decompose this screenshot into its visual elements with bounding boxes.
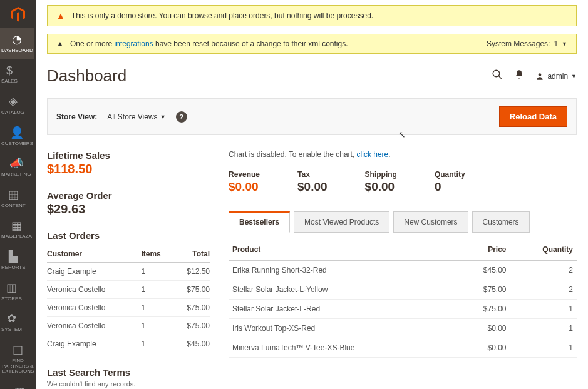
tab-most-viewed-products[interactable]: Most Viewed Products [294, 211, 389, 233]
sidebar-item-dashboard[interactable]: ◔DASHBOARD [0, 28, 34, 59]
sidebar-item-label: CUSTOMERS [1, 141, 33, 147]
admin-account-menu[interactable]: admin ▼ [535, 72, 577, 81]
sidebar-item-catalog[interactable]: ◈CATALOG [0, 90, 26, 121]
sidebar: ◔DASHBOARD$SALES◈CATALOG👤CUSTOMERS📣MARKE… [0, 0, 36, 389]
sidebar-item-label: STORES [1, 296, 22, 302]
table-row[interactable]: Stellar Solar Jacket-L-Red$75.001 [229, 300, 577, 319]
warning-icon: ▲ [56, 11, 65, 21]
metric-shipping: Shipping$0.00 [365, 170, 397, 194]
sidebar-item-label: CONTENT [1, 203, 26, 209]
table-row[interactable]: Iris Workout Top-XS-Red$0.001 [229, 319, 577, 338]
demo-banner: ▲ This is only a demo store. You can bro… [47, 5, 577, 26]
table-row[interactable]: Veronica Costello1$75.00 [47, 281, 210, 299]
average-order-label: Average Order [47, 190, 210, 201]
help-icon[interactable]: ? [176, 111, 187, 123]
store-view-label: Store View: [56, 113, 97, 121]
sidebar-item-label: DASHBOARD [1, 48, 33, 54]
sidebar-item-system-icon: ✿ [7, 313, 16, 325]
tab-new-customers[interactable]: New Customers [393, 211, 468, 233]
notifications-button[interactable] [514, 69, 524, 83]
sidebar-item-marketing-icon: 📣 [9, 158, 23, 170]
metric-revenue: Revenue$0.00 [229, 170, 260, 194]
warning-icon: ▲ [56, 39, 64, 48]
reload-data-button[interactable]: Reload Data [499, 106, 567, 127]
table-row[interactable]: Veronica Costello1$75.00 [47, 299, 210, 317]
sidebar-item-system[interactable]: ✿SYSTEM [0, 307, 23, 338]
chevron-down-icon: ▼ [571, 73, 577, 79]
last-orders-title: Last Orders [47, 230, 210, 241]
chart-disabled-note: Chart is disabled. To enable the chart, … [229, 150, 577, 159]
enable-chart-link[interactable]: click here [357, 150, 389, 159]
sidebar-item-catalog-icon: ◈ [9, 96, 18, 108]
svg-point-0 [493, 70, 500, 77]
sidebar-item-content[interactable]: ▦CONTENT [0, 183, 27, 215]
sidebar-item-label: MARKETING [1, 172, 31, 178]
system-messages-toggle[interactable]: System Messages: 1 ▼ [487, 39, 567, 48]
sidebar-item-marketing[interactable]: 📣MARKETING [0, 152, 33, 183]
bestsellers-table: Product Price Quantity Erika Running Sho… [229, 239, 577, 358]
chevron-down-icon: ▼ [160, 114, 166, 120]
sidebar-item-customers-icon: 👤 [10, 127, 24, 139]
table-row[interactable]: Erika Running Short-32-Red$45.002 [229, 261, 577, 280]
sidebar-item-partners[interactable]: ◫FIND PARTNERS & EXTENSIONS [0, 338, 36, 380]
sidebar-item-stores-icon: ▥ [6, 282, 17, 295]
sidebar-item-stores[interactable]: ▥STORES [0, 276, 23, 308]
store-view-select[interactable]: All Store Views ▼ [107, 113, 165, 121]
sidebar-item-label: SALES [1, 79, 18, 84]
chevron-down-icon: ▼ [562, 41, 567, 47]
tab-bestsellers[interactable]: Bestsellers [229, 211, 290, 233]
metric-tax: Tax$0.00 [297, 170, 328, 194]
svg-line-1 [499, 76, 502, 79]
sidebar-item-partners-icon: ◫ [13, 344, 23, 356]
last-search-title: Last Search Terms [47, 367, 210, 378]
sidebar-item-mageplaza[interactable]: ▦MAGEPLAZA [0, 215, 33, 246]
integrations-link[interactable]: integrations [115, 39, 153, 48]
sidebar-item-label: CATALOG [1, 110, 24, 116]
table-row[interactable]: Stellar Solar Jacket-L-Yellow$75.002 [229, 280, 577, 300]
demo-banner-text: This is only a demo store. You can brows… [71, 11, 373, 20]
sidebar-item-label: REPORTS [1, 265, 26, 271]
metric-quantity: Quantity0 [435, 170, 465, 194]
toolbar: Store View: All Store Views ▼ ? Reload D… [47, 98, 577, 135]
sidebar-item-content-icon: ▦ [8, 189, 19, 201]
sidebar-item-dashboard-icon: ◔ [12, 34, 22, 46]
sidebar-item-reports[interactable]: ▙REPORTS [0, 245, 27, 276]
sidebar-item-label: FIND PARTNERS & EXTENSIONS [1, 358, 34, 375]
sidebar-item-sales-icon: $ [6, 65, 13, 78]
lifetime-sales-label: Lifetime Sales [47, 150, 210, 161]
last-orders-table: Customer Items Total Craig Example1$12.5… [47, 246, 210, 353]
last-search-empty: We couldn't find any records. [47, 380, 210, 388]
main-content: ▲ This is only a demo store. You can bro… [36, 0, 588, 389]
sidebar-item-mageplaza-icon: ▦ [11, 220, 22, 233]
magento-logo[interactable] [0, 0, 36, 28]
sidebar-item-marketplace-icon: ▦ [14, 386, 25, 389]
sidebar-item-label: SYSTEM [1, 327, 22, 333]
table-row[interactable]: Craig Example1$12.50 [47, 263, 210, 281]
table-row[interactable]: Minerva LumaTech™ V-Tee-XS-Blue$0.001 [229, 338, 577, 358]
svg-point-2 [539, 73, 542, 76]
search-button[interactable] [492, 69, 503, 83]
average-order-value: $29.63 [47, 202, 210, 216]
sidebar-item-reports-icon: ▙ [9, 251, 18, 263]
table-row[interactable]: Veronica Costello1$75.00 [47, 317, 210, 335]
table-row[interactable]: Craig Example1$45.00 [47, 335, 210, 353]
sidebar-item-sales[interactable]: $SALES [0, 59, 19, 91]
tab-customers[interactable]: Customers [472, 211, 530, 233]
sidebar-item-label: MAGEPLAZA [1, 234, 32, 240]
sidebar-item-customers[interactable]: 👤CUSTOMERS [0, 121, 34, 153]
lifetime-sales-value: $118.50 [47, 162, 210, 176]
page-title: Dashboard [47, 66, 126, 86]
integrations-banner-text: One or more integrations have been reset… [70, 39, 348, 48]
sidebar-item-marketplace[interactable]: ▦MAGEPLAZA MARKETPLACE [0, 380, 40, 389]
integrations-banner: ▲ One or more integrations have been res… [47, 34, 577, 54]
